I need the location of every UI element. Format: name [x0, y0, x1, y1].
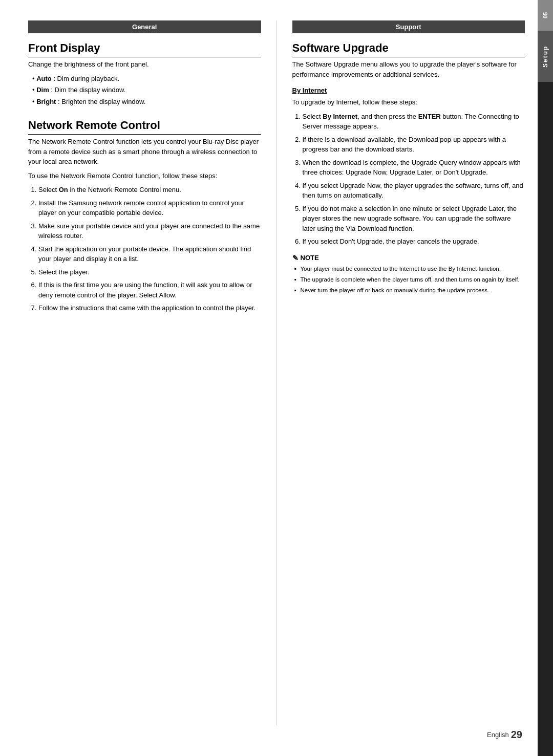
bi-step-2: If there is a download available, the Do…	[303, 135, 525, 155]
note-icon: ✎	[292, 254, 299, 262]
support-header-label: Support	[396, 23, 421, 31]
bi-step-3: When the download is complete, the Upgra…	[303, 158, 525, 178]
by-internet-intro: To upgrade by Internet, follow these ste…	[292, 97, 525, 107]
note-item-2: The upgrade is complete when the player …	[301, 275, 525, 284]
front-display-desc: Change the brightness of the front panel…	[28, 59, 261, 70]
general-header-label: General	[132, 23, 157, 31]
note-header: ✎ NOTE	[292, 254, 525, 262]
bi-step-1: Select By Internet, and then press the E…	[303, 112, 525, 132]
front-display-list: Auto : Dim during playback. Dim : Dim th…	[32, 74, 261, 107]
sidebar-label: Setup	[538, 31, 553, 82]
front-display-title: Front Display	[28, 41, 261, 57]
by-internet-heading: By Internet	[292, 87, 525, 94]
network-remote-steps: Select On in the Network Remote Control …	[38, 185, 261, 313]
front-display-section: Front Display Change the brightness of t…	[28, 41, 261, 106]
network-remote-section: Network Remote Control The Network Remot…	[28, 119, 261, 313]
left-column: General Front Display Change the brightn…	[28, 20, 277, 725]
step-1: Select On in the Network Remote Control …	[38, 185, 261, 195]
note-label: NOTE	[301, 254, 319, 262]
note-item-1: Your player must be connected to the Int…	[301, 265, 525, 273]
note-section: ✎ NOTE Your player must be connected to …	[292, 254, 525, 295]
sidebar: 05 Setup	[538, 0, 553, 756]
note-item-3: Never turn the player off or back on man…	[301, 286, 525, 295]
bullet-auto: Auto : Dim during playback.	[32, 74, 261, 84]
bullet-bright: Bright : Brighten the display window.	[32, 97, 261, 107]
footer-label: English	[487, 731, 509, 739]
step-5: Select the player.	[38, 267, 261, 277]
bi-step-5: If you do not make a selection in one mi…	[303, 204, 525, 234]
step-3: Make sure your portable device and your …	[38, 221, 261, 241]
page-container: General Front Display Change the brightn…	[0, 0, 553, 756]
support-header: Support	[292, 20, 525, 33]
general-header: General	[28, 20, 261, 33]
step-7: Follow the instructions that came with t…	[38, 303, 261, 313]
page-number: 29	[511, 729, 522, 741]
bi-step-4: If you select Upgrade Now, the player up…	[303, 181, 525, 201]
software-upgrade-title: Software Upgrade	[292, 41, 525, 57]
bi-step-6: If you select Don't Upgrade, the player …	[303, 236, 525, 247]
software-upgrade-desc: The Software Upgrade menu allows you to …	[292, 59, 525, 79]
sidebar-number: 05	[538, 0, 553, 31]
note-list: Your player must be connected to the Int…	[301, 265, 525, 295]
bullet-dim: Dim : Dim the display window.	[32, 85, 261, 95]
sidebar-block	[538, 82, 553, 756]
network-remote-title: Network Remote Control	[28, 119, 261, 135]
main-content: General Front Display Change the brightn…	[0, 0, 553, 756]
by-internet-steps: Select By Internet, and then press the E…	[303, 112, 525, 247]
network-remote-desc1: The Network Remote Control function lets…	[28, 137, 261, 167]
right-column: Support Software Upgrade The Software Up…	[277, 20, 525, 725]
step-6: If this is the first time you are using …	[38, 280, 261, 300]
step-4: Start the application on your portable d…	[38, 244, 261, 264]
software-upgrade-section: Software Upgrade The Software Upgrade me…	[292, 41, 525, 295]
page-footer: English 29	[487, 729, 522, 741]
step-2: Install the Samsung network remote contr…	[38, 198, 261, 218]
network-remote-desc2: To use the Network Remote Control functi…	[28, 171, 261, 181]
